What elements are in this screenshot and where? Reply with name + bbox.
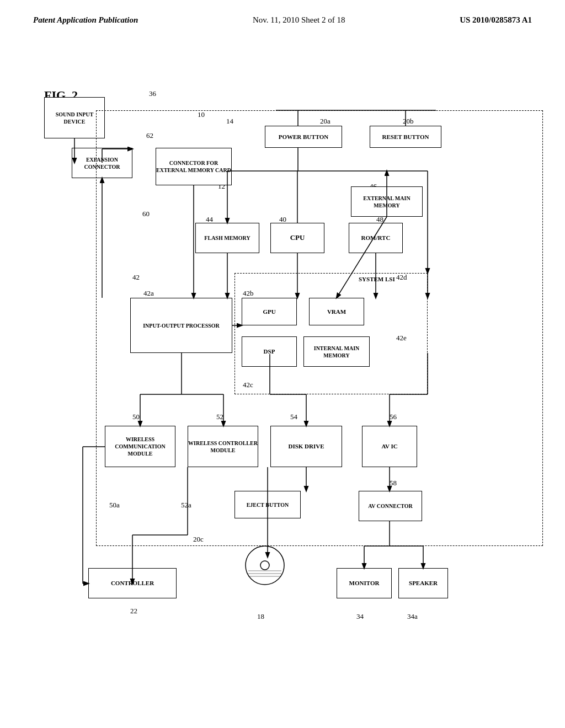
controller-box: CONTROLLER xyxy=(88,568,177,598)
label-22: 22 xyxy=(130,607,137,615)
label-34: 34 xyxy=(356,612,364,621)
svg-point-46 xyxy=(246,546,284,585)
patent-header-center: Nov. 11, 2010 Sheet 2 of 18 xyxy=(253,15,345,25)
diagram-area: FIG. 2 36 10 14 20a 20b 62 12 46 60 44 4… xyxy=(28,55,546,706)
patent-header-left: Patent Application Publication xyxy=(33,15,138,25)
svg-point-47 xyxy=(260,561,269,570)
monitor-box: MONITOR xyxy=(337,568,392,598)
label-34a: 34a xyxy=(407,612,418,621)
speaker-box: SPEAKER xyxy=(398,568,448,598)
label-18: 18 xyxy=(257,612,264,621)
label-36: 36 xyxy=(149,89,156,98)
system-outer-box xyxy=(96,110,543,546)
patent-header-right: US 2010/0285873 A1 xyxy=(460,15,532,25)
tv-disc-icon xyxy=(237,540,292,590)
